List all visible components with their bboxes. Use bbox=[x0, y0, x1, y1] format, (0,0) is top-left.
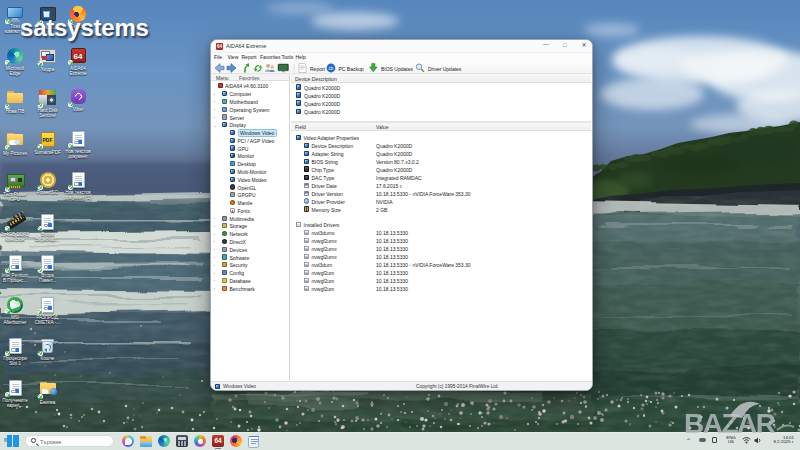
svg-text:BAZAR: BAZAR bbox=[684, 408, 776, 439]
svg-text:cb: cb bbox=[329, 66, 334, 71]
